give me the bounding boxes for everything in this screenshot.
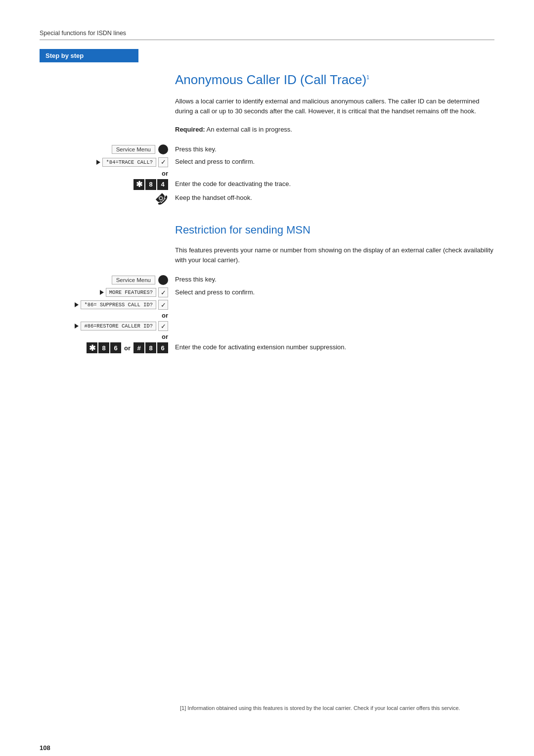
section2-or-row1: or <box>40 312 494 319</box>
section1-or-left: or <box>40 170 173 177</box>
section1-phone-row: ☎ Keep the handset off-hook. <box>40 192 494 205</box>
key-star-1: ✱ <box>134 179 144 190</box>
section2-more-features-left: MORE FEATURES? ✓ <box>40 287 173 297</box>
key-6-1: 6 <box>110 342 121 353</box>
section1-title: Anonymous Caller ID (Call Trace)1 <box>175 72 494 88</box>
section1-code-left: ✱ 8 4 <box>40 179 173 190</box>
section1-instr-1: Press this key. <box>175 144 494 154</box>
or-between-keys: or <box>124 344 131 352</box>
section2-title-right: Restriction for sending MSN <box>173 219 494 241</box>
service-menu-label-2: Service Menu <box>112 276 155 284</box>
section1-description: Allows a local carrier to identify exter… <box>175 96 494 116</box>
section1-required-right: Required: An external call is in progres… <box>173 125 494 140</box>
section2-description: This features prevents your name or numb… <box>175 245 494 265</box>
section1-service-menu-right: Press this key. <box>173 144 494 155</box>
section2-title: Restriction for sending MSN <box>175 224 494 236</box>
menu-label-suppress: *86= SUPPRESS CALL ID? <box>81 300 156 309</box>
section1-instr-2: Select and press to confirm. <box>175 157 494 167</box>
step-by-step-box: Step by step <box>40 49 138 62</box>
required-text: An external call is in progress. <box>205 126 292 133</box>
section2-suppress-left: *86= SUPPRESS CALL ID? ✓ <box>40 300 173 310</box>
phone-icon: ☎ <box>152 189 171 207</box>
section2-title-row: Restriction for sending MSN <box>40 219 494 241</box>
section2-service-menu-row: Service Menu Press this key. <box>40 275 494 285</box>
section2-restore-left: #86=RESTORE CALLER ID? ✓ <box>40 321 173 331</box>
section1-title-row: Anonymous Caller ID (Call Trace)1 <box>40 72 494 93</box>
section2-desc-left <box>40 245 173 270</box>
checkmark-2: ✓ <box>158 287 168 297</box>
key-hash: # <box>134 342 144 353</box>
key-8-3: 8 <box>145 342 156 353</box>
page: Special functions for ISDN lines Step by… <box>0 0 534 756</box>
section1-trace-call-left: *84=TRACE CALL? ✓ <box>40 157 173 167</box>
section-gap-1 <box>40 207 494 219</box>
section1-trace-call-right: Select and press to confirm. <box>173 157 494 168</box>
step-by-step-container: Step by step <box>40 49 494 62</box>
arrow-icon-2 <box>100 290 104 295</box>
section1-required-left <box>40 125 173 140</box>
section1-instr-3: Enter the code for deactivating the trac… <box>175 179 494 189</box>
section2-or-row2: or <box>40 333 494 340</box>
section2-more-features-row: MORE FEATURES? ✓ Select and press to con… <box>40 287 494 298</box>
section2-or1-left: or <box>40 312 173 319</box>
section2-code-left: ✱ 8 6 or # 8 6 <box>40 342 173 353</box>
or-text-3: or <box>162 333 168 340</box>
service-menu-label-1: Service Menu <box>112 145 155 154</box>
key-4-1: 4 <box>157 179 168 190</box>
section1-desc-right: Allows a local carrier to identify exter… <box>173 96 494 121</box>
footnote-number: [1] <box>180 705 186 711</box>
or-text-2: or <box>162 312 168 319</box>
section2-service-menu-right: Press this key. <box>173 275 494 285</box>
section1-phone-right: Keep the handset off-hook. <box>173 193 494 204</box>
section2-desc-row: This features prevents your name or numb… <box>40 245 494 270</box>
section2-suppress-row: *86= SUPPRESS CALL ID? ✓ <box>40 300 494 310</box>
section2-title-left <box>40 219 173 241</box>
checkmark-3: ✓ <box>158 300 168 310</box>
arrow-icon-4 <box>75 324 79 329</box>
arrow-icon-3 <box>75 302 79 307</box>
menu-label-more-features: MORE FEATURES? <box>106 288 156 297</box>
footnote: [1] Information obtained using this feat… <box>180 705 494 712</box>
key-6-2: 6 <box>157 342 168 353</box>
page-header: Special functions for ISDN lines <box>40 30 494 40</box>
key-8-2: 8 <box>98 342 109 353</box>
section1-phone-left: ☎ <box>40 192 173 205</box>
checkmark-1: ✓ <box>158 157 168 167</box>
section2-desc-right: This features prevents your name or numb… <box>173 245 494 270</box>
section1-desc-row: Allows a local carrier to identify exter… <box>40 96 494 121</box>
section1-instr-4: Keep the handset off-hook. <box>175 193 494 203</box>
section2-code-right: Enter the code for activating extension … <box>173 342 494 353</box>
page-number: 108 <box>40 744 50 752</box>
checkmark-4: ✓ <box>158 321 168 331</box>
section1-required-row: Required: An external call is in progres… <box>40 125 494 140</box>
section1-title-right: Anonymous Caller ID (Call Trace)1 <box>173 72 494 93</box>
footnote-area: [1] Information obtained using this feat… <box>173 705 494 712</box>
key-star-2: ✱ <box>87 342 97 353</box>
service-menu-button-2[interactable] <box>158 275 168 285</box>
key-8-1: 8 <box>145 179 156 190</box>
section2-instr-1: Press this key. <box>175 275 494 284</box>
section1-service-menu-row: Service Menu Press this key. <box>40 144 494 155</box>
section2-restore-row: #86=RESTORE CALLER ID? ✓ <box>40 321 494 331</box>
section1-trace-call-row: *84=TRACE CALL? ✓ Select and press to co… <box>40 157 494 168</box>
service-menu-button-1[interactable] <box>158 144 168 154</box>
footnote-text: Information obtained using this features… <box>186 705 460 711</box>
section1-title-left <box>40 72 173 93</box>
header-text: Special functions for ISDN lines <box>40 30 126 37</box>
menu-label-trace: *84=TRACE CALL? <box>102 158 156 167</box>
or-text-1: or <box>162 170 168 177</box>
section2-instr-3: Enter the code for activating extension … <box>175 342 494 352</box>
content-wrapper: Step by step Anonymous Caller ID (Call T… <box>40 49 494 742</box>
section2-instr-2: Select and press to confirm. <box>175 287 494 297</box>
arrow-icon-1 <box>96 160 100 165</box>
section1-code-row: ✱ 8 4 Enter the code for deactivating th… <box>40 179 494 190</box>
menu-label-restore: #86=RESTORE CALLER ID? <box>81 322 156 331</box>
section1-required: Required: An external call is in progres… <box>175 125 494 135</box>
section1-code-right: Enter the code for deactivating the trac… <box>173 179 494 190</box>
required-label: Required: <box>175 126 205 133</box>
section2-service-menu-left: Service Menu <box>40 275 173 285</box>
section1-or-row: or <box>40 170 494 177</box>
section2-code-row: ✱ 8 6 or # 8 6 Enter the code for activa… <box>40 342 494 353</box>
section1-service-menu-left: Service Menu <box>40 144 173 154</box>
section1-desc-left <box>40 96 173 121</box>
